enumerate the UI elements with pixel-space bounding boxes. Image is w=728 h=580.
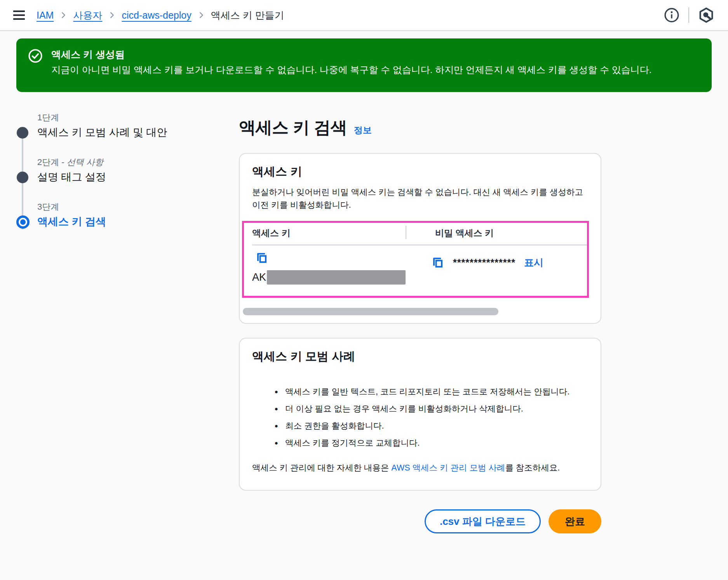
- step-dot-icon: [17, 127, 28, 139]
- topbar-divider: [688, 7, 689, 23]
- iam-create-access-key-page: IAM 사용자 cicd-aws-deploy 액세스 키 만들기: [0, 0, 728, 580]
- wizard-step-3-active: 3단계 액세스 키 검색: [16, 201, 199, 228]
- step-3-link[interactable]: 액세스 키 검색: [37, 215, 199, 228]
- list-item: 액세스 키를 정기적으로 교체합니다.: [275, 437, 582, 450]
- footer-text: 액세스 키 관리에 대한 자세한 내용은: [252, 463, 391, 472]
- show-secret-link[interactable]: 표시: [524, 256, 543, 269]
- breadcrumb-link-user-name[interactable]: cicd-aws-deploy: [122, 10, 191, 21]
- access-key-card-description: 분실하거나 잊어버린 비밀 액세스 키는 검색할 수 없습니다. 대신 새 액세…: [252, 186, 588, 212]
- table-data-row: AK ***************: [252, 245, 588, 295]
- access-key-id-prefix: AK: [252, 271, 266, 283]
- info-link[interactable]: 정보: [354, 124, 372, 136]
- access-key-cell: AK: [252, 251, 406, 285]
- secret-key-cell: *************** 표시: [406, 251, 588, 285]
- list-item: 최소 권한을 활성화합니다.: [275, 420, 582, 432]
- column-header-secret-key: 비밀 액세스 키: [406, 226, 588, 239]
- horizontal-scrollbar[interactable]: [242, 308, 598, 315]
- best-practices-card: 액세스 키 모범 사례 액세스 키를 일반 텍스트, 코드 리포지토리 또는 코…: [239, 338, 601, 491]
- list-item: 액세스 키를 일반 텍스트, 코드 리포지토리 또는 코드로 저장해서는 안됩니…: [275, 386, 582, 398]
- step-label: 2단계 - 선택 사항: [37, 157, 199, 168]
- access-key-card: 액세스 키 분실하거나 잊어버린 비밀 액세스 키는 검색할 수 없습니다. 대…: [239, 153, 601, 324]
- wizard-step-nav: 1단계 액세스 키 모범 사례 및 대안 2단계 - 선택 사항 설명 태그 설…: [16, 112, 199, 246]
- done-button[interactable]: 완료: [549, 509, 601, 533]
- breadcrumb-current-page: 액세스 키 만들기: [211, 9, 284, 22]
- hamburger-menu-icon[interactable]: [13, 10, 25, 20]
- step-optional-label: 선택 사항: [67, 157, 103, 167]
- step-label: 1단계: [37, 112, 199, 123]
- amazon-q-icon[interactable]: [698, 7, 715, 24]
- step-dot-icon: [17, 172, 28, 183]
- access-key-table: 액세스 키 비밀 액세스 키 AK: [252, 227, 588, 295]
- column-header-access-key: 액세스 키: [252, 227, 406, 239]
- step-label: 3단계: [37, 201, 199, 212]
- step-2-link[interactable]: 설명 태그 설정: [37, 170, 199, 184]
- banner-message: 지금이 아니면 비밀 액세스 키를 보거나 다운로드할 수 없습니다. 나중에 …: [51, 63, 651, 76]
- best-practices-list: 액세스 키를 일반 텍스트, 코드 리포지토리 또는 코드로 저장해서는 안됩니…: [275, 386, 588, 450]
- success-banner: 액세스 키 생성됨 지금이 아니면 비밀 액세스 키를 보거나 다운로드할 수 …: [16, 38, 712, 92]
- wizard-step-2: 2단계 - 선택 사항 설명 태그 설정: [16, 157, 199, 184]
- footer-actions: .csv 파일 다운로드 완료: [239, 509, 601, 533]
- breadcrumb: IAM 사용자 cicd-aws-deploy 액세스 키 만들기: [37, 9, 284, 22]
- breadcrumb-bar: IAM 사용자 cicd-aws-deploy 액세스 키 만들기: [0, 0, 728, 31]
- wizard-step-1: 1단계 액세스 키 모범 사례 및 대안: [16, 112, 199, 139]
- step-1-link[interactable]: 액세스 키 모범 사례 및 대안: [37, 126, 199, 139]
- table-header-row: 액세스 키 비밀 액세스 키: [252, 227, 588, 245]
- chevron-right-icon: [59, 11, 68, 19]
- footer-text: 를 참조하세요.: [505, 463, 560, 472]
- banner-title: 액세스 키 생성됨: [51, 48, 651, 61]
- chevron-right-icon: [108, 11, 116, 19]
- info-icon[interactable]: [664, 7, 680, 23]
- copy-access-key-icon[interactable]: [254, 251, 268, 265]
- scrollbar-thumb[interactable]: [243, 308, 498, 315]
- best-practices-title: 액세스 키 모범 사례: [252, 349, 588, 365]
- page-title: 액세스 키 검색: [239, 116, 347, 139]
- download-csv-button[interactable]: .csv 파일 다운로드: [425, 509, 541, 533]
- check-circle-icon: [28, 49, 43, 83]
- copy-secret-key-icon[interactable]: [430, 255, 444, 269]
- redacted-access-key-id: [267, 270, 406, 285]
- step-radio-active-icon: [16, 215, 30, 229]
- main-content: 액세스 키 검색 정보 액세스 키 분실하거나 잊어버린 비밀 액세스 키는 검…: [239, 116, 601, 533]
- breadcrumb-link-users[interactable]: 사용자: [73, 9, 102, 22]
- list-item: 더 이상 필요 없는 경우 액세스 키를 비활성화하거나 삭제합니다.: [275, 403, 582, 415]
- best-practices-footer: 액세스 키 관리에 대한 자세한 내용은 AWS 액세스 키 관리 모범 사례를…: [252, 461, 588, 474]
- breadcrumb-link-iam[interactable]: IAM: [37, 10, 54, 21]
- access-key-card-title: 액세스 키: [252, 164, 588, 180]
- chevron-right-icon: [197, 11, 206, 19]
- aws-best-practices-link[interactable]: AWS 액세스 키 관리 모범 사례: [391, 463, 505, 472]
- masked-secret-key: ***************: [453, 257, 516, 268]
